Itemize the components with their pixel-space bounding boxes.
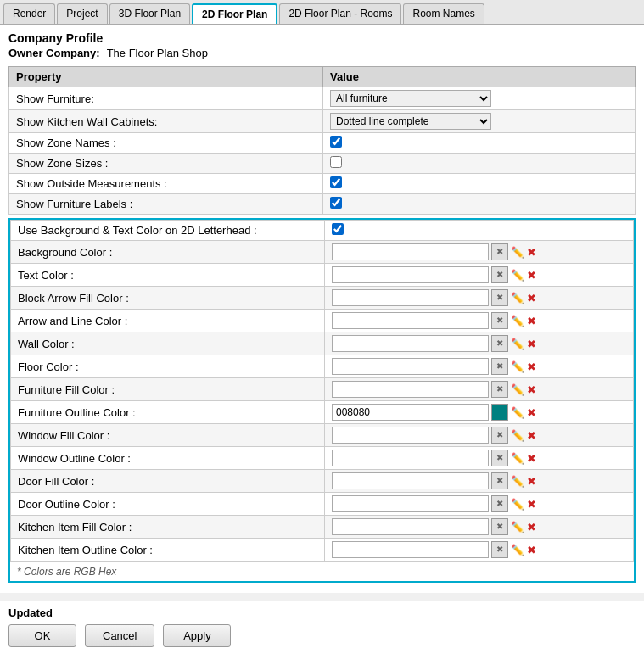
color-swatch[interactable] [491, 404, 508, 421]
color-box-icon[interactable]: ✖ [491, 266, 508, 283]
table-row: Show Furniture Labels : [9, 194, 636, 215]
color-box-icon[interactable]: ✖ [491, 518, 508, 535]
color-box-icon[interactable]: ✖ [491, 335, 508, 352]
hl-value-cell: ✖✏️✖ [325, 310, 634, 332]
color-box-icon[interactable]: ✖ [491, 541, 508, 558]
highlighted-row: Furniture Fill Color :✖✏️✖ [11, 378, 634, 401]
table-row: Show Outside Measurements : [9, 174, 636, 194]
value-checkbox[interactable] [330, 156, 342, 168]
apply-button[interactable]: Apply [163, 624, 231, 647]
highlighted-row: Background Color :✖✏️✖ [11, 241, 634, 264]
edit-color-icon[interactable]: ✏️ [511, 452, 524, 465]
edit-color-icon[interactable]: ✏️ [511, 406, 524, 419]
color-row: ✖✏️✖ [332, 335, 626, 352]
tab-room-names[interactable]: Room Names [403, 3, 484, 24]
color-row: ✖✏️✖ [332, 427, 626, 444]
delete-color-icon[interactable]: ✖ [527, 406, 536, 419]
color-box-icon[interactable]: ✖ [491, 427, 508, 444]
color-box-icon[interactable]: ✖ [491, 358, 508, 375]
color-input[interactable] [332, 472, 489, 489]
hl-property-label: Door Fill Color : [11, 470, 325, 493]
hl-property-label: Furniture Fill Color : [11, 378, 325, 401]
color-input[interactable] [332, 541, 489, 558]
hl-value-cell: ✖✏️✖ [325, 332, 634, 355]
color-input[interactable] [332, 289, 489, 306]
edit-color-icon[interactable]: ✏️ [511, 338, 524, 350]
color-box-icon[interactable]: ✖ [491, 289, 508, 306]
color-row: ✖✏️✖ [332, 472, 626, 489]
color-input[interactable] [332, 335, 489, 352]
hl-property-label: Background Color : [11, 241, 325, 264]
color-box-icon[interactable]: ✖ [491, 243, 508, 260]
color-box-icon[interactable]: ✖ [491, 381, 508, 398]
color-input[interactable] [332, 518, 489, 535]
delete-color-icon[interactable]: ✖ [527, 246, 536, 259]
edit-color-icon[interactable]: ✏️ [511, 269, 524, 282]
property-label: Show Furniture: [9, 87, 323, 110]
delete-color-icon[interactable]: ✖ [527, 498, 536, 511]
delete-color-icon[interactable]: ✖ [527, 269, 536, 282]
color-input[interactable] [332, 427, 489, 444]
color-row: ✖✏️✖ [332, 243, 626, 260]
hl-checkbox[interactable] [332, 223, 344, 235]
edit-color-icon[interactable]: ✏️ [511, 360, 524, 373]
color-input[interactable] [332, 450, 489, 466]
hl-property-label: Door Outline Color : [11, 493, 325, 516]
value-checkbox[interactable] [330, 136, 342, 148]
tab-2d-floor-plan---rooms[interactable]: 2D Floor Plan - Rooms [279, 3, 401, 24]
delete-color-icon[interactable]: ✖ [527, 544, 536, 556]
edit-color-icon[interactable]: ✏️ [511, 544, 524, 556]
color-row: ✖✏️✖ [332, 518, 626, 535]
hl-property-label: Wall Color : [11, 332, 325, 355]
hl-property-label: Window Fill Color : [11, 424, 325, 447]
color-box-icon[interactable]: ✖ [491, 495, 508, 512]
hl-value-cell: ✖✏️✖ [325, 355, 634, 378]
delete-color-icon[interactable]: ✖ [527, 338, 536, 350]
edit-color-icon[interactable]: ✏️ [511, 521, 524, 533]
hl-property-label: Arrow and Line Color : [11, 310, 325, 332]
value-cell: All furnitureNo furnitureOutline only [323, 87, 636, 110]
delete-color-icon[interactable]: ✖ [527, 521, 536, 533]
color-box-icon[interactable]: ✖ [491, 472, 508, 489]
delete-color-icon[interactable]: ✖ [527, 383, 536, 396]
value-checkbox[interactable] [330, 176, 342, 188]
delete-color-icon[interactable]: ✖ [527, 360, 536, 373]
color-input[interactable] [332, 495, 489, 512]
edit-color-icon[interactable]: ✏️ [511, 498, 524, 511]
color-input[interactable] [332, 266, 489, 283]
delete-color-icon[interactable]: ✖ [527, 475, 536, 488]
color-input[interactable] [332, 243, 489, 260]
hl-value-cell: ✏️✖ [325, 401, 634, 424]
value-cell [323, 133, 636, 154]
value-select[interactable]: Dotted line completeDotted line simpleNo… [330, 113, 491, 130]
value-checkbox[interactable] [330, 197, 342, 209]
tab-2d-floor-plan[interactable]: 2D Floor Plan [192, 3, 277, 24]
edit-color-icon[interactable]: ✏️ [511, 383, 524, 396]
delete-color-icon[interactable]: ✖ [527, 452, 536, 465]
tab-project[interactable]: Project [57, 3, 107, 24]
edit-color-icon[interactable]: ✏️ [511, 429, 524, 442]
delete-color-icon[interactable]: ✖ [527, 315, 536, 327]
value-select[interactable]: All furnitureNo furnitureOutline only [330, 90, 491, 107]
color-box-icon[interactable]: ✖ [491, 312, 508, 329]
cancel-button[interactable]: Cancel [85, 624, 154, 647]
hl-value-cell: ✖✏️✖ [325, 241, 634, 264]
color-input[interactable] [332, 381, 489, 398]
color-box-icon[interactable]: ✖ [491, 450, 508, 466]
edit-color-icon[interactable]: ✏️ [511, 246, 524, 259]
edit-color-icon[interactable]: ✏️ [511, 292, 524, 304]
table-row: Show Zone Sizes : [9, 154, 636, 174]
tab-3d-floor-plan[interactable]: 3D Floor Plan [109, 3, 190, 24]
color-input[interactable] [332, 404, 489, 421]
property-label: Show Kitchen Wall Cabinets: [9, 110, 323, 133]
edit-color-icon[interactable]: ✏️ [511, 475, 524, 488]
ok-button[interactable]: OK [8, 624, 76, 647]
hl-property-label: Use Background & Text Color on 2D Letter… [11, 221, 325, 241]
delete-color-icon[interactable]: ✖ [527, 292, 536, 304]
color-input[interactable] [332, 358, 489, 375]
delete-color-icon[interactable]: ✖ [527, 429, 536, 442]
color-input[interactable] [332, 312, 489, 329]
main-content: Company Profile Owner Company: The Floor… [0, 25, 644, 593]
edit-color-icon[interactable]: ✏️ [511, 315, 524, 327]
tab-render[interactable]: Render [3, 3, 55, 24]
